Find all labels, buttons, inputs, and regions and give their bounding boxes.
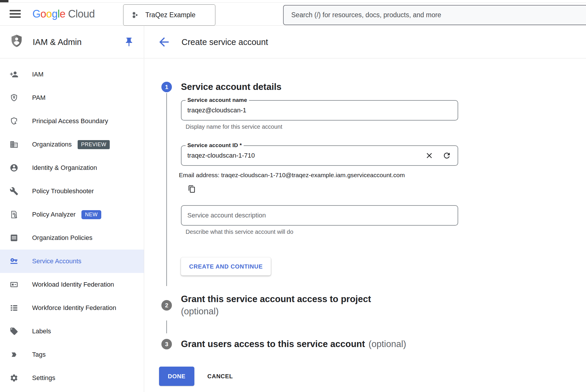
article-icon (9, 233, 19, 243)
done-button[interactable]: DONE (159, 367, 194, 386)
sidebar-item-principal-access-boundary[interactable]: Principal Access Boundary (0, 109, 144, 133)
account-circle-icon (9, 163, 19, 173)
sidebar-item-settings[interactable]: Settings (0, 366, 144, 390)
step-2-header: 2 Grant this service account access to p… (161, 293, 586, 318)
logo-letter: o (41, 8, 46, 20)
service-account-name-label: Service account name (186, 97, 249, 103)
name-helper-text: Display name for this service account (186, 123, 459, 130)
sidebar-item-policy-analyzer[interactable]: Policy Analyzer NEW (0, 203, 144, 226)
building-icon (9, 140, 19, 149)
top-app-bar: Google Cloud TraQez Example (0, 0, 586, 26)
sidebar-item-service-accounts[interactable]: Service Accounts (0, 250, 144, 273)
iam-admin-shield-icon (10, 34, 23, 50)
logo-letter: o (46, 8, 52, 20)
sidebar-item-organizations[interactable]: Organizations PREVIEW (0, 133, 144, 156)
step-connector-line (166, 320, 167, 333)
cancel-button[interactable]: CANCEL (207, 373, 233, 380)
browser-chrome-divider (0, 2, 586, 3)
step-3-title: Grant users access to this service accou… (181, 339, 365, 349)
step-1-number: 1 (161, 82, 172, 92)
form-footer: DONE CANCEL (159, 367, 586, 386)
sidebar-item-organization-policies[interactable]: Organization Policies (0, 226, 144, 250)
back-arrow-icon[interactable] (157, 35, 171, 49)
project-name: TraQez Example (145, 11, 196, 19)
service-account-id-field: Service account ID * (181, 145, 458, 166)
preview-badge: PREVIEW (78, 140, 110, 149)
search-input[interactable] (291, 6, 586, 25)
service-account-name-field: Service account name (181, 100, 458, 121)
sidebar-item-labels[interactable]: Labels (0, 320, 144, 343)
list-icon (9, 303, 19, 313)
step-3-header: 3 Grant users access to this service acc… (161, 338, 586, 350)
shield-key-icon (9, 93, 19, 102)
logo-letter: g (52, 8, 58, 20)
logo-letter: G (32, 8, 41, 20)
close-icon[interactable] (425, 151, 434, 160)
label-tag-icon (9, 327, 19, 336)
content-copy-icon[interactable] (188, 185, 196, 193)
step-1-body: Service account name Display name for th… (166, 93, 459, 286)
cloud-wordmark: Cloud (68, 8, 95, 20)
step-2-optional: (optional) (181, 305, 371, 318)
push-pin-icon[interactable] (124, 37, 134, 47)
step-2-number: 2 (161, 300, 172, 311)
service-account-id-label: Service account ID * (186, 142, 244, 149)
main-content: 1 Service account details Service accoun… (144, 59, 586, 392)
page-header: Create service account (144, 26, 586, 58)
sidebar-nav: IAM PAM Principal Access (0, 59, 144, 392)
document-magnifier-icon (9, 210, 19, 219)
step-3-number: 3 (161, 339, 172, 349)
iam-admin-header: IAM & Admin (0, 26, 144, 58)
sidebar-item-iam[interactable]: IAM (0, 63, 144, 86)
sidebar-item-workload-identity-federation[interactable]: Workload Identity Federation (0, 273, 144, 296)
tag-arrow-icon (9, 350, 19, 359)
sidebar-item-tags[interactable]: Tags (0, 343, 144, 366)
id-card-icon (9, 280, 19, 289)
logo-letter: l (57, 8, 60, 20)
menu-hamburger-icon[interactable] (10, 10, 21, 18)
step-2-title: Grant this service account access to pro… (181, 293, 371, 305)
person-add-icon (9, 70, 19, 79)
new-badge: NEW (81, 210, 101, 219)
search-bar (283, 5, 586, 25)
refresh-icon[interactable] (442, 151, 451, 160)
gear-icon (9, 373, 19, 383)
wrench-icon (9, 187, 19, 196)
service-account-id-input[interactable] (182, 146, 458, 165)
project-selector[interactable]: TraQez Example (123, 4, 215, 26)
shield-person-icon (9, 116, 19, 126)
description-helper-text: Describe what this service account will … (186, 229, 459, 235)
sidebar-item-policy-troubleshooter[interactable]: Policy Troubleshooter (0, 180, 144, 203)
logo-letter: e (60, 8, 66, 20)
step-3-optional: (optional) (369, 339, 406, 349)
browser-chrome-artifact (0, 0, 8, 2)
section-header-row: IAM & Admin Create service account (0, 26, 586, 58)
sidebar-item-pam[interactable]: PAM (0, 86, 144, 109)
service-title: IAM & Admin (33, 37, 82, 47)
service-account-key-icon (9, 257, 19, 266)
sidebar-item-workforce-identity-federation[interactable]: Workforce Identity Federation (0, 296, 144, 320)
step-1-header: 1 Service account details (161, 81, 586, 93)
service-account-description-field (181, 205, 458, 226)
step-1-title: Service account details (181, 81, 282, 93)
google-cloud-logo: Google Cloud (32, 8, 95, 20)
hexagon-cluster-icon (131, 11, 139, 19)
service-account-name-input[interactable] (182, 101, 458, 120)
email-address-text: Email address: traqez-cloudscan-1-710@tr… (179, 172, 459, 179)
google-wordmark: Google (32, 8, 65, 20)
sidebar-item-identity-organization[interactable]: Identity & Organization (0, 156, 144, 180)
service-account-description-input[interactable] (182, 206, 458, 225)
create-and-continue-button[interactable]: CREATE AND CONTINUE (181, 257, 271, 276)
page-title: Create service account (182, 37, 268, 47)
